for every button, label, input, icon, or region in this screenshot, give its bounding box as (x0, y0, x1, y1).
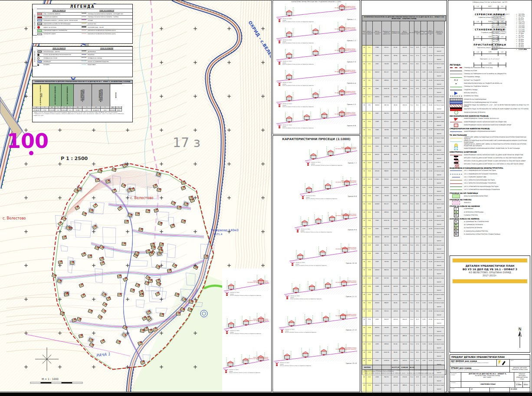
legend-symbol (450, 88, 463, 91)
table-cell: 523.41 (382, 46, 391, 54)
table-cell: 10.20 (427, 87, 434, 95)
table-cell: П+1 (410, 177, 414, 186)
mini-legend-item: улица (229, 371, 233, 372)
mini-legend-item: улица (282, 105, 286, 106)
legend-label: ОБЈЕКТИ ВРЗ ОСНОВА НА ЛЕГАЛИЗАЦИЈА (43, 22, 81, 26)
table-cell: П+1 (410, 54, 414, 62)
table-cell: 2430/2 (373, 301, 382, 309)
legend-label: СТОЛБ ОД ДАЛЕКУВОД НИСКОНАПОНСКИ (43, 53, 81, 56)
table-cell: согласно граф. прилог (434, 383, 445, 392)
table-cell: 1120.75 (382, 161, 391, 169)
street-group-sub: Пристапи 1, 2, 3, 4, 5, 6 и 7 (448, 57, 532, 60)
table-cell: 19.1 (414, 186, 421, 194)
legend-symbol (37, 32, 43, 36)
numeric-table-total-row: ВКУПНО62.377,459.060,0018.120,00 (362, 365, 446, 369)
cross-sections-top: КОТА НА СРЕДНА ТОЧКАНА ОСКА НА ГРАДЕЖНА … (273, 3, 360, 133)
table-cell: 15.5 (414, 210, 421, 219)
mini-legend-item: линија на терен (282, 61, 292, 62)
section-roof (321, 349, 327, 351)
map-label: с. Велестово (130, 196, 154, 200)
table-cell: 673.11 (382, 252, 391, 260)
table-cell: 15.5 (414, 169, 421, 177)
table-cell: 15.5 (414, 46, 421, 54)
table-row: 163.292427917.62135.00270.00П+121.30.251… (362, 276, 446, 285)
phase-value: ПРЕДЛОГ ДЕТАЛЕН УРБАНИСТИЧКИ ПЛАН (510, 367, 530, 372)
table-cell: 16 (362, 285, 366, 293)
numeric-table-header: Број на блокБрој на градежна парцелаБрој… (362, 21, 446, 46)
house-symbol (88, 255, 92, 258)
street-marker (345, 219, 347, 219)
table-cell: 216.00 (400, 161, 410, 169)
table-cell: 0.28 (421, 120, 427, 128)
table-cell: 0.21 (421, 227, 427, 235)
mini-legend-item: улица (280, 364, 284, 365)
legend-entry-label: Е1 КОМУНАЛНА ИНФРАСТРУКТУРА (464, 231, 488, 232)
table-cell: 270.00 (400, 79, 410, 87)
total-cell: ВКУПНО (362, 365, 373, 370)
table-cell: 811.07 (382, 334, 391, 342)
legend-entry-label: НОВОПРЕДВИДЕНА ТРАФОСТАНИЦА 20(10)/0,4 k… (464, 118, 499, 119)
table-cell: 618.25 (382, 317, 391, 326)
numeric-table-column-header: Граница на површина за градење (434, 21, 445, 46)
table-cell: 16 (362, 144, 366, 153)
table-cell: П+1 (410, 268, 414, 276)
section-roof (286, 10, 292, 12)
table-cell: 10.20 (427, 177, 434, 186)
legend-title: ЛЕГЕНДА: (450, 64, 530, 66)
table-cell: 15.5 (414, 375, 421, 383)
table-row: 163.192417704.9381.00162.00П+121.30.2510… (362, 194, 446, 202)
legend-col-header: ЗНАК НА ОБЈЕКТИ (37, 9, 81, 12)
total-cell: 18.120,00 (410, 365, 414, 370)
summary-values-row: 47.088,9577,81.171,811,91.453,242,315,60… (33, 109, 132, 111)
table-cell: 1042.18 (382, 87, 391, 95)
table-cell: 618.25 (382, 54, 391, 62)
legend-label: ПОТПОРЕН ЅИД - НАСИП (87, 25, 132, 29)
mini-legend-item: улица (301, 230, 305, 232)
table-cell: 162.00 (400, 95, 410, 103)
table-row: 163.142412/11003.4896.00192.00П+121.30.2… (362, 153, 446, 161)
table-cell: 2435 (373, 342, 382, 350)
section-roof (321, 113, 327, 115)
table-cell: 108.00 (391, 260, 400, 268)
table-cell: П+1 (410, 235, 414, 243)
mini-legend-item: линија на терен (311, 162, 321, 163)
legend-entry: V.6.1.3 ПОЖАРЕН ХИДРАНТ Ф80 (450, 176, 530, 179)
table-cell: 144.00 (391, 136, 400, 144)
table-footnote: ** Влезот во секоја градежна парцела е п… (363, 373, 445, 374)
table-cell: 270.00 (400, 375, 410, 383)
legend-symbol (450, 92, 463, 95)
legend-entry-label: ГРАНИЦА НА ПЛАНСКИ ОПФАТ П=6,74ха (464, 67, 493, 69)
mini-legend-item: улица (282, 84, 286, 85)
mini-legend-item: кота на средна точка на оска на градежна… (282, 85, 314, 86)
cross-section-profile: КОТА НА СРЕДНА ТОЧКАНА ОСКА НА ГРАДЕЖНА … (276, 3, 356, 23)
house-symbol (122, 242, 126, 245)
section-roof (329, 216, 335, 218)
table-cell: 270.00 (400, 227, 410, 235)
mini-legend-item: кота на средна точка на оска на градежна… (280, 365, 311, 367)
table-cell: 21.3 (414, 153, 421, 161)
legend-entry: А1А1 ДОМУВАЊЕ ВО СТАНБЕНИ КУЌИ (450, 221, 530, 223)
map-legend-box: ЛЕГЕНДА ПОСТОЕЧКА СОСТОЈБАЗНАК НА ОБЈЕКТ… (32, 4, 133, 44)
legend-symbol (450, 163, 463, 166)
mini-legend-item: линија на терен (229, 369, 239, 370)
table-cell: согласно граф. прилог (434, 120, 445, 128)
table-cell: 270.00 (400, 128, 410, 136)
legend-entry: ЗАШТИТЕН ПОЈАС НА РЕГИОНАЛЕН ПАТ ОХРИД-С… (450, 108, 530, 111)
table-cell: 0.28 (421, 79, 427, 87)
table-cell: 21.3 (414, 317, 421, 326)
table-row: 163.92407562.50108.00216.00П+121.30.2510… (362, 111, 446, 120)
table-cell: согласно граф. прилог (434, 243, 445, 252)
table-cell: 81.00 (391, 243, 400, 252)
dim-label: 1.5 (476, 6, 479, 7)
table-row: 163.32401704.93108.00216.00П+119.10.2110… (362, 62, 446, 70)
table-row: 163.3024281003.48144.00288.00П+123.00.28… (362, 285, 446, 293)
table-row: 163.332431523.41108.00216.00П+119.10.211… (362, 309, 446, 317)
table-cell: 10.20 (427, 169, 434, 177)
table-cell: 0.19 (421, 95, 427, 103)
table-cell: 240.00 (400, 169, 410, 177)
legend-entry-label: ЗАШТИТЕН ПОЈАС НА РЕГИОНАЛЕН ПАТ ОХРИД-С… (464, 108, 529, 110)
table-cell: 3.35 (366, 326, 373, 334)
legend-entry: ВЛЕЗ ВО ПАРЦЕЛА (450, 92, 530, 95)
table-cell: П+1 (410, 161, 414, 169)
section-label: Пресек 3-3 (347, 61, 356, 63)
